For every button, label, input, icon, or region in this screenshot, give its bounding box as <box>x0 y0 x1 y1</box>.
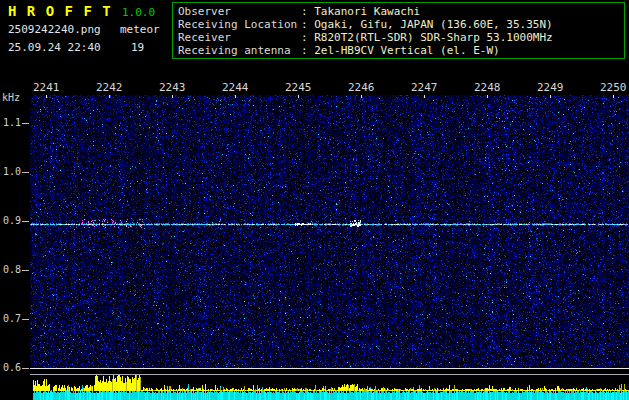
info-row: Receiving Location: Ogaki, Gifu, JAPAN (… <box>178 18 624 31</box>
frequency-tick-label: 1.1 <box>3 117 21 128</box>
hrofft-window: H R O F F T 1.0.0 2509242240.png meteor … <box>0 0 629 400</box>
info-label: Receiver <box>178 31 301 44</box>
info-value: : Takanori Kawachi <box>301 5 420 18</box>
time-tick-label: 2247 <box>411 81 438 94</box>
info-label: Observer <box>178 5 301 18</box>
time-tick-label: 2244 <box>222 81 249 94</box>
app-version: 1.0.0 <box>122 6 155 19</box>
time-tick-label: 2249 <box>537 81 564 94</box>
info-row: Receiver: R820T2(RTL-SDR) SDR-Sharp 53.1… <box>178 31 624 44</box>
frequency-tick-label: 0.9 <box>3 215 21 226</box>
info-value: : Ogaki, Gifu, JAPAN (136.60E, 35.35N) <box>301 18 553 31</box>
time-tick-label: 2243 <box>159 81 186 94</box>
frequency-tick-label: 0.7 <box>3 313 21 324</box>
capture-timestamp: 25.09.24 22:40 <box>8 41 101 54</box>
time-tick-label: 2245 <box>285 81 312 94</box>
info-row: Receiving antenna: 2el-HB9CV Vertical (e… <box>178 44 624 57</box>
time-tick-label: 2241 <box>33 81 60 94</box>
frequency-tick-mark <box>22 221 29 222</box>
frequency-tick-mark <box>22 123 29 124</box>
frequency-tick-mark <box>22 319 29 320</box>
app-title: H R O F F T <box>8 3 112 19</box>
frequency-tick-label: 0.8 <box>3 264 21 275</box>
station-info-box: Observer: Takanori Kawachi Receiving Loc… <box>172 2 625 59</box>
time-tick-label: 2246 <box>348 81 375 94</box>
frequency-unit-label: kHz <box>2 92 20 103</box>
frequency-tick-label: 1.0 <box>3 166 21 177</box>
frequency-tick-mark <box>22 172 29 173</box>
frequency-tick-label: 0.6 <box>3 362 21 373</box>
echo-count: 19 <box>131 41 144 54</box>
time-tick-label: 2250 <box>600 81 627 94</box>
output-filename: 2509242240.png <box>8 23 101 36</box>
info-label: Receiving Location <box>178 18 301 31</box>
time-tick-label: 2248 <box>474 81 501 94</box>
time-tick-label: 2242 <box>96 81 123 94</box>
info-value: : 2el-HB9CV Vertical (el. E-W) <box>301 44 500 57</box>
info-row: Observer: Takanori Kawachi <box>178 5 624 18</box>
info-value: : R820T2(RTL-SDR) SDR-Sharp 53.1000MHz <box>301 31 553 44</box>
frequency-tick-mark <box>22 270 29 271</box>
info-label: Receiving antenna <box>178 44 301 57</box>
frequency-tick-mark <box>22 368 29 369</box>
spectrogram-canvas <box>30 95 629 400</box>
mode-label: meteor <box>120 23 160 36</box>
